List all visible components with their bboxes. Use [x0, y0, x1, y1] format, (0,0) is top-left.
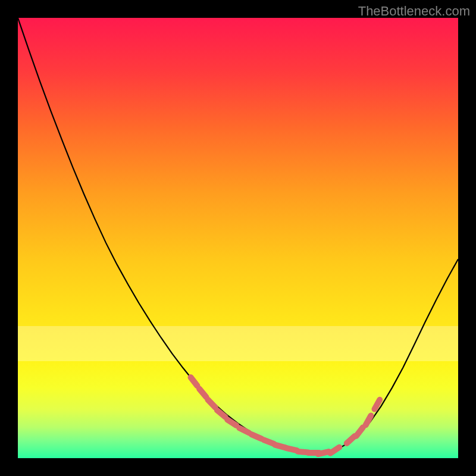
plot-area — [18, 18, 458, 458]
chart-frame: TheBottleneck.com — [0, 0, 476, 476]
chart-svg — [18, 18, 458, 458]
marker-dash — [330, 447, 339, 453]
curve-line — [18, 18, 458, 453]
marker-dash — [318, 452, 329, 454]
marker-dash — [199, 389, 206, 397]
watermark-text: TheBottleneck.com — [358, 4, 470, 19]
marker-dash — [347, 436, 355, 443]
marker-dash — [374, 400, 380, 409]
marker-dash — [208, 400, 215, 408]
marker-dash — [366, 415, 371, 425]
highlighted-markers — [191, 377, 380, 454]
marker-dash — [264, 440, 274, 443]
marker-dash — [356, 427, 363, 436]
marker-dash — [252, 434, 262, 439]
marker-dash — [239, 428, 249, 433]
marker-dash — [217, 411, 226, 418]
marker-dash — [191, 377, 198, 386]
